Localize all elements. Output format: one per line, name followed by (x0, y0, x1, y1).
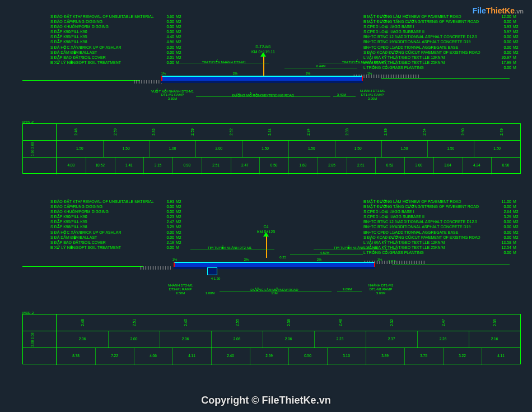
data-cell: 2.48 (338, 319, 342, 326)
data-cell: 2.39 (383, 128, 387, 136)
note-row: S ĐÁ HỘC XÂY/BRICK UP OF ASHLAR0.00M2 (50, 230, 186, 235)
row-header (23, 124, 57, 140)
data-cell: 4.11 (188, 354, 195, 358)
data-cell: 8.78 (72, 354, 80, 358)
row-header (23, 158, 57, 174)
profile-drawing-top: TIM TUYẾN NHÁNH DT2-M1 TIM TUYẾN NHÁNH D… (22, 64, 510, 109)
logo-part2: ThietKe (486, 6, 515, 15)
note-row: S ĐÀO ĐẤT KTH/ REMOVAL OF UNSUITABLE MAT… (50, 14, 186, 19)
data-cell: 2.26 (440, 337, 447, 341)
data-cell: 2.61 (357, 163, 365, 167)
data-cell: 0.93 (184, 163, 191, 167)
ann-new-road-w: 11M (271, 291, 278, 295)
note-row: S ĐẮP K90/FILL K900.23M2 (50, 214, 186, 219)
data-cell: 7.22 (111, 354, 118, 358)
data-cell: 1.00 (169, 146, 176, 150)
data-cell: 2.37 (388, 337, 395, 341)
data-cell: 2.48 (81, 319, 85, 326)
data-cell: 2.06 (79, 337, 86, 341)
data-cell: 10.52 (95, 163, 104, 167)
note-row: S ĐÁ HỘC XÂY/BRICK UP OF ASHLAR0.00M2 (50, 45, 186, 50)
note-row: S ĐÀO CẤP/RUNG DIGGING0.00M2 (50, 204, 186, 209)
ann-ramp-r: NHÁNH DT1-M1 (360, 89, 385, 92)
data-cell: 2.55 (235, 319, 239, 326)
cross-section-bottom: S ĐÀO ĐẤT KTH/ REMOVAL OF UNSUITABLE MAT… (0, 199, 532, 384)
note-row: S ĐẮP BAO ĐẤT/SOIL COVER2.19M2 (50, 240, 186, 245)
data-cell: 2.59 (113, 128, 116, 136)
data-cell: 2.51 (212, 163, 220, 167)
ann-ramp-rb-name: DT1-M1 RAMP (370, 288, 393, 291)
ann-ramp-lb-name: DT2-M1 RAMP (169, 288, 192, 291)
data-cell: 4.11 (497, 354, 505, 358)
note-row: S ĐÁ DĂM ĐỆM/BALLAST0.00M2 (50, 50, 186, 55)
note-row: S ĐÀO KCAĐ ĐƯỜNG CŨ/CUT PAVEMENT OF EXIS… (363, 50, 521, 55)
data-cell: 2.44 (267, 128, 271, 136)
data-cell: 2.32 (390, 319, 394, 326)
ann-ramp-lb-seg: 1.00M (206, 291, 215, 295)
data-cell: 3.04 (444, 163, 451, 167)
grade-1pct-l: 1% (161, 72, 166, 75)
data-cell: 2.51 (132, 319, 136, 326)
data-cell: 1.50 (493, 146, 501, 150)
note-row: S ĐẮP BAO ĐẤT/SOIL COVER2.01M2 (50, 55, 186, 60)
ann-ramp-lb: NHÁNH DT2-M1 (168, 284, 193, 287)
row-header (23, 314, 57, 331)
data-cell: 2.06 (182, 337, 189, 341)
note-row: S CPĐD LOẠI I/AGG BASE I2.64M2 (363, 209, 521, 214)
data-cell: 2.40 (227, 354, 234, 358)
note-row: S ĐÀO ĐẤT KTH/ REMOVAL OF UNSUITABLE MAT… (50, 199, 186, 204)
data-cell: 2.60 (460, 128, 464, 136)
notes-left-top: S ĐÀO ĐẤT KTH/ REMOVAL OF UNSUITABLE MAT… (50, 14, 186, 65)
ann-ramp-rb-w: 3.00M (376, 291, 386, 295)
data-cell: 2.46 (74, 128, 78, 136)
data-cell: 3.15 (155, 163, 162, 167)
note-row: L VẢI ĐỊA KỸ THUẬT/GEO TEXTILLE 12KN/M20… (363, 55, 521, 60)
note-row: BN+TC BTNC 19/ADDITIONNAL ASPHALT CONCRE… (363, 224, 521, 229)
note-row: S ĐÁ DĂM ĐỆM/BALLAST0.00M2 (50, 235, 186, 240)
note-row: BN+TC BTNC 19/ADDITIONNAL ASPHALT CONCRE… (363, 39, 521, 44)
data-table-bottom: 2.482.512.402.552.382.482.322.472.35 2.0… (22, 314, 521, 364)
data-cell: 0.50 (304, 354, 311, 358)
note-row: S ĐẮP K98/FILL K983.29M2 (50, 224, 186, 229)
note-row: S ĐÀO CẤP/RUNG DIGGING0.00M2 (50, 19, 186, 24)
data-cell: 2.16 (491, 337, 498, 341)
data-cell: 0.90 (502, 163, 510, 167)
data-cell: 2.47 (241, 163, 249, 167)
data-cell: 2.49 (499, 128, 503, 136)
data-cell: 2.54 (422, 128, 426, 136)
grade-2pct-l: 2% (233, 72, 238, 75)
data-cell: 2.06 (285, 337, 292, 341)
data-cell: 0.52 (386, 163, 394, 167)
arrow-icon (260, 52, 266, 57)
data-cell: 1.50 (76, 146, 83, 150)
data-cell: 2.59 (190, 128, 194, 136)
logo-part1: File (473, 6, 486, 15)
station-name-top: D-T2-M1 (255, 45, 271, 49)
note-row: BN+TC CPĐD L1/ADDITIONNAL AGGREGATE BASE… (363, 230, 521, 235)
data-cell: 2.59 (265, 354, 273, 358)
note-row: B MẶT ĐƯỜNG TĂNG CƯỜNG/STRENG OF PAVEMEN… (363, 19, 521, 24)
note-row: S ĐẮP K98/FILL K984.96M2 (50, 39, 186, 44)
data-cell: 3.00 (416, 163, 423, 167)
note-row: S ĐẮP K95/FILL K954.40M2 (50, 34, 186, 39)
ann-ramp-r-w: 3.00M (368, 97, 377, 100)
data-cell: 3.10 (343, 354, 350, 358)
data-cell: 1.41 (125, 163, 133, 167)
data-cell: 1.50 (308, 146, 315, 150)
data-cell: 2.52 (228, 128, 232, 136)
data-cell: 2.47 (441, 319, 445, 326)
note-row: B MẶT ĐƯỜNG TĂNG CƯỜNG/STRENG OF PAVEMEN… (363, 204, 521, 209)
data-cell: 0.50 (270, 163, 278, 167)
watermark-logo: FileThietKe.vn (473, 6, 524, 16)
notes-left-bottom: S ĐÀO ĐẤT KTH/ REMOVAL OF UNSUITABLE MAT… (50, 199, 186, 250)
grade-1pct-rb: 1% (377, 258, 382, 261)
grade-1pct-lb: 1% (172, 258, 178, 261)
note-row: BN+TC BTNC 12.5/ADDITIONNAL ASPHALT CONC… (363, 219, 521, 224)
data-cell: 2.34 (306, 128, 310, 136)
note-row: S ĐẮP K90/FILL K900.00M2 (50, 29, 186, 34)
data-cell: 2.40 (184, 319, 188, 326)
grade-2pct-rb: 2% (317, 258, 322, 261)
dim-0-25: 0.25 (279, 256, 286, 259)
cross-section-top: S ĐÀO ĐẤT KTH/ REMOVAL OF UNSUITABLE MAT… (0, 14, 532, 188)
data-cell: 1.50 (262, 146, 269, 150)
